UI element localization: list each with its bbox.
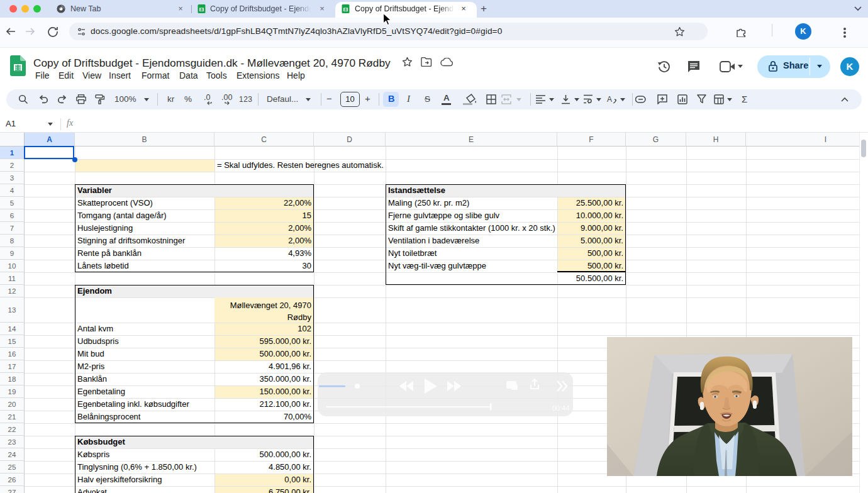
svg-text:00:44: 00:44 bbox=[552, 404, 570, 412]
svg-text:A: A bbox=[607, 95, 612, 104]
